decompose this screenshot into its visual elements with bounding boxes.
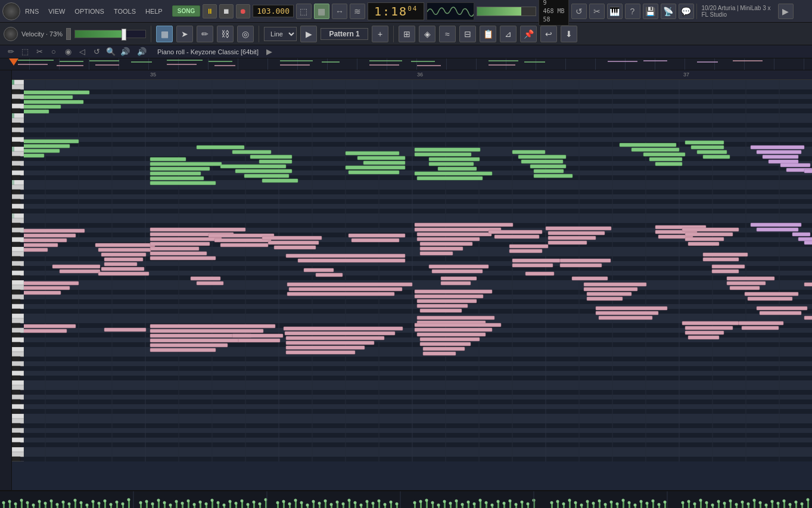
- svg-point-475: [479, 499, 482, 502]
- song-button[interactable]: SONG: [172, 5, 200, 17]
- svg-point-458: [366, 500, 369, 503]
- svg-point-445: [288, 503, 291, 506]
- velocity-drag-handle[interactable]: [66, 28, 71, 40]
- stop-button[interactable]: ⏹: [219, 4, 234, 18]
- pr-save[interactable]: 📋: [480, 26, 496, 42]
- cut-icon-btn[interactable]: ✂: [589, 4, 605, 19]
- svg-point-431: [199, 501, 202, 504]
- tool-select-icon[interactable]: ⬚: [19, 46, 31, 58]
- svg-point-460: [378, 500, 381, 503]
- svg-rect-253: [688, 336, 719, 339]
- svg-rect-147: [298, 259, 405, 262]
- svg-rect-318: [295, 501, 297, 508]
- svg-rect-360: [569, 501, 571, 508]
- line-select[interactable]: Line: [264, 27, 297, 41]
- svg-rect-352: [509, 501, 511, 508]
- pr-grid2[interactable]: ⊟: [459, 26, 476, 42]
- svg-point-437: [235, 502, 238, 505]
- velocity-knob[interactable]: [4, 27, 18, 41]
- velocity-slider[interactable]: [74, 30, 146, 38]
- mini-overview: [0, 58, 812, 70]
- help-icon-btn[interactable]: ?: [625, 4, 640, 19]
- svg-point-436: [229, 500, 232, 503]
- svg-rect-74: [150, 162, 222, 166]
- chat-icon-btn[interactable]: 💬: [679, 4, 694, 19]
- pr-tool-stamp[interactable]: ◎: [237, 26, 254, 42]
- svg-point-416: [104, 500, 107, 503]
- svg-rect-175: [509, 244, 548, 248]
- pr-filter[interactable]: ⊿: [500, 26, 517, 42]
- svg-rect-233: [150, 343, 228, 347]
- pr-tool-arrow[interactable]: ➤: [176, 26, 193, 42]
- piano-roll-expand[interactable]: ▶: [263, 46, 275, 58]
- pattern-display[interactable]: Pattern 1: [321, 28, 368, 40]
- svg-point-461: [384, 503, 387, 506]
- svg-rect-104: [534, 174, 573, 178]
- pr-eq[interactable]: ≈: [439, 26, 456, 42]
- svg-rect-135: [150, 247, 199, 250]
- svg-rect-267: [12, 147, 14, 151]
- record-button[interactable]: ⏺: [236, 4, 250, 18]
- bpm-display[interactable]: 103.000: [253, 5, 294, 17]
- tool-undo-icon[interactable]: ↺: [91, 46, 102, 58]
- midi-icon-btn[interactable]: 🎹: [607, 4, 623, 19]
- pr-download[interactable]: ⬇: [561, 26, 577, 42]
- tool-vol-icon[interactable]: 🔊: [119, 46, 131, 58]
- menu-rns[interactable]: RNS: [23, 7, 41, 16]
- piano-key-strip: [12, 80, 24, 461]
- svg-rect-11: [280, 60, 313, 61]
- piano-roll-speaker[interactable]: 🔊: [136, 46, 148, 58]
- svg-point-405: [38, 500, 41, 503]
- svg-point-510: [711, 504, 714, 507]
- menu-view[interactable]: VIEW: [46, 7, 67, 16]
- tool-pencil-icon[interactable]: ✏: [5, 46, 17, 58]
- broadcast-icon-btn[interactable]: 📡: [661, 4, 676, 19]
- pattern-arrow[interactable]: ▶: [300, 26, 317, 42]
- svg-rect-159: [420, 242, 472, 246]
- tool-2[interactable]: ▦: [314, 4, 329, 19]
- svg-rect-5: [57, 65, 83, 66]
- svg-rect-173: [489, 230, 542, 234]
- note-grid[interactable]: 35 36 37: [12, 70, 812, 490]
- menu-tools[interactable]: TOOLS: [111, 7, 138, 16]
- svg-rect-128: [104, 262, 137, 266]
- pr-knob[interactable]: ◈: [419, 26, 435, 42]
- menu-help[interactable]: HELP: [143, 7, 165, 16]
- master-volume[interactable]: [477, 7, 536, 16]
- tool-speaker-icon[interactable]: ◁: [76, 46, 88, 58]
- svg-point-472: [461, 503, 464, 506]
- pr-pin[interactable]: 📌: [520, 26, 537, 42]
- tool-3[interactable]: ↔: [332, 4, 347, 19]
- svg-rect-80: [232, 150, 271, 154]
- svg-point-462: [390, 501, 393, 504]
- pr-tool-grid[interactable]: ▦: [156, 26, 173, 42]
- svg-rect-323: [325, 501, 326, 508]
- svg-point-514: [735, 503, 738, 506]
- tool-zoom-icon[interactable]: 🔍: [105, 46, 117, 58]
- tool-4[interactable]: ≋: [350, 4, 365, 19]
- tool-mute-icon[interactable]: ◉: [62, 46, 74, 58]
- svg-rect-178: [512, 264, 553, 267]
- save-icon-btn[interactable]: 💾: [643, 4, 658, 19]
- tool-erase-icon[interactable]: ○: [48, 46, 60, 58]
- svg-point-486: [556, 500, 559, 503]
- tool-cut-icon[interactable]: ✂: [33, 46, 45, 58]
- svg-rect-222: [804, 169, 812, 173]
- menu-options[interactable]: OPTIONS: [72, 7, 107, 16]
- expand-arrow[interactable]: ▶: [778, 4, 794, 19]
- svg-rect-4: [18, 64, 48, 65]
- pr-snap[interactable]: ⊞: [399, 26, 415, 42]
- pattern-plus[interactable]: +: [372, 26, 388, 42]
- piano-keys: // Will be drawn inline: [0, 70, 12, 490]
- pr-tool-chain[interactable]: ⛓: [217, 26, 234, 42]
- tool-1[interactable]: ⬚: [296, 4, 312, 19]
- pause-button[interactable]: ⏸: [203, 4, 217, 18]
- svg-rect-225: [804, 316, 812, 320]
- refresh-icon-btn[interactable]: ↺: [571, 4, 587, 19]
- svg-rect-21: [608, 61, 637, 62]
- pr-tool-draw[interactable]: ✏: [197, 26, 213, 42]
- svg-rect-85: [244, 174, 289, 178]
- svg-rect-220: [792, 233, 810, 236]
- main-knob[interactable]: [2, 2, 20, 20]
- pr-rewind[interactable]: ↩: [540, 26, 557, 42]
